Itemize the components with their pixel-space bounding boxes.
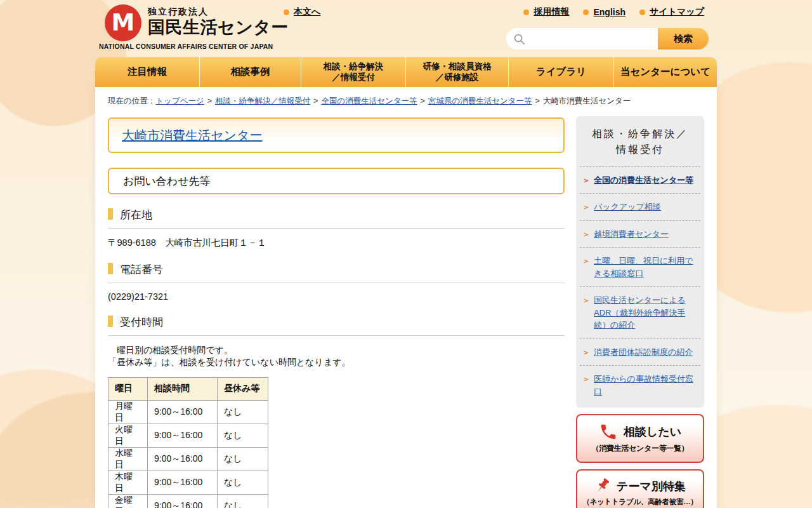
- sidebar-item-weekend[interactable]: ＞ 土曜、日曜、祝日に利用できる相談窓口: [580, 247, 700, 286]
- chevron-right-icon: ＞: [582, 229, 590, 240]
- hours-notes: 曜日別の相談受付時間です。 「昼休み等」は、相談を受け付けていない時間となります…: [108, 344, 565, 369]
- breadcrumb-link-consultation[interactable]: 相談・紛争解決／情報受付: [215, 97, 310, 105]
- topics-banner-title: テーマ別特集: [617, 479, 686, 494]
- consult-banner[interactable]: 相談したい （消費生活センター等一覧）: [576, 414, 704, 463]
- breadcrumb-link-centers[interactable]: 全国の消費生活センター等: [321, 97, 417, 105]
- consult-banner-title: 相談したい: [624, 424, 681, 439]
- breadcrumb-current: 大崎市消費生活センター: [543, 97, 631, 105]
- sidebar-item-national-centers[interactable]: ＞ 全国の消費生活センター等: [580, 166, 700, 194]
- table-row: 木曜日 9:00～16:00 なし: [108, 471, 268, 494]
- table-row: 水曜日 9:00～16:00 なし: [108, 447, 268, 471]
- chevron-right-icon: ＞: [582, 256, 590, 267]
- breadcrumb-link-miyagi[interactable]: 宮城県の消費生活センター等: [428, 97, 532, 105]
- utility-link-label[interactable]: サイトマップ: [650, 6, 704, 18]
- utility-link-english[interactable]: English: [583, 6, 625, 18]
- utility-link-recruit[interactable]: 採用情報: [523, 6, 569, 18]
- org-name-en: NATIONAL CONSUMER AFFAIRS CENTER OF JAPA…: [99, 43, 289, 50]
- main-content: 大崎市消費生活センター お問い合わせ先等 所在地 〒989-6188 大崎市古川…: [108, 117, 565, 508]
- nav-tab-library[interactable]: ライブラリ: [509, 57, 614, 87]
- search-button[interactable]: 検索: [658, 28, 709, 50]
- address-heading: 所在地: [108, 208, 565, 229]
- utility-link-label[interactable]: 採用情報: [534, 6, 569, 18]
- bullet-icon: [284, 10, 289, 15]
- logo-mark-icon: M: [105, 4, 141, 41]
- logo-letter: M: [112, 11, 135, 34]
- col-header-day: 曜日: [108, 377, 148, 400]
- utility-links: 採用情報 English サイトマップ: [523, 6, 704, 18]
- hours-note-1: 曜日別の相談受付時間です。: [108, 344, 565, 356]
- org-name: 国民生活センター: [148, 18, 289, 37]
- table-row: 月曜日 9:00～16:00 なし: [108, 400, 268, 424]
- search-icon: [513, 33, 525, 45]
- skip-to-content-link[interactable]: 本文へ: [284, 6, 320, 18]
- bullet-icon: [639, 10, 645, 15]
- utility-link-sitemap[interactable]: サイトマップ: [639, 6, 704, 18]
- breadcrumb-link-home[interactable]: トップページ: [155, 97, 204, 105]
- bullet-icon: [583, 10, 589, 15]
- chevron-right-icon: ＞: [582, 347, 590, 358]
- table-row: 火曜日 9:00～16:00 なし: [108, 424, 268, 447]
- hours-table: 曜日 相談時間 昼休み等 月曜日 9:00～16:00 なし 火曜日 9:00～…: [108, 377, 268, 508]
- utility-link-label[interactable]: English: [593, 7, 625, 17]
- org-type: 独立行政法人: [148, 6, 289, 18]
- bullet-icon: [523, 10, 529, 15]
- hours-heading: 受付時間: [108, 315, 565, 336]
- sidebar-item-adr[interactable]: ＞ 国民生活センターによるADR（裁判外紛争解決手続）の紹介: [580, 286, 700, 338]
- sidebar-item-lawsuit[interactable]: ＞ 消費者団体訴訟制度の紹介: [580, 338, 700, 366]
- page-title-box: 大崎市消費生活センター: [108, 117, 565, 153]
- global-nav: 注目情報 相談事例 相談・紛争解決 ／情報受付 研修・相談員資格 ／研修施設 ラ…: [95, 57, 717, 87]
- breadcrumb-prefix: 現在の位置：: [108, 97, 155, 105]
- site-logo[interactable]: M 独立行政法人 国民生活センター NATIONAL CONSUMER AFFA…: [99, 4, 289, 50]
- hours-note-2: 「昼休み等」は、相談を受け付けていない時間となります。: [108, 356, 565, 368]
- topics-banner-subtitle: （ネットトラブル、高齢者被害…）: [580, 497, 700, 507]
- phone-value: (0229)21-7321: [108, 291, 565, 302]
- col-header-time: 相談時間: [148, 377, 218, 400]
- consult-banner-subtitle: （消費生活センター等一覧）: [580, 443, 700, 454]
- page-title-link[interactable]: 大崎市消費生活センター: [122, 127, 262, 144]
- table-header-row: 曜日 相談時間 昼休み等: [108, 377, 268, 400]
- chevron-right-icon: ＞: [582, 374, 590, 385]
- pushpin-icon: [594, 478, 611, 495]
- nav-tab-cases[interactable]: 相談事例: [200, 57, 301, 87]
- sidebar: 相談・紛争解決／ 情報受付 ＞ 全国の消費生活センター等 ＞ バックアップ相談 …: [576, 116, 704, 508]
- skip-link-label[interactable]: 本文へ: [294, 6, 320, 18]
- chevron-right-icon: ＞: [582, 295, 590, 306]
- chevron-right-icon: ＞: [582, 202, 590, 213]
- nav-tab-about[interactable]: 当センターについて: [614, 57, 717, 87]
- sidebar-item-doctor-report[interactable]: ＞ 医師からの事故情報受付窓口: [580, 365, 700, 404]
- phone-icon: [599, 422, 618, 441]
- chevron-right-icon: ＞: [582, 175, 590, 186]
- search-input[interactable]: [506, 28, 658, 50]
- col-header-lunch: 昼休み等: [218, 377, 268, 400]
- contact-section-title: お問い合わせ先等: [108, 168, 565, 194]
- nav-tab-training[interactable]: 研修・相談員資格 ／研修施設: [406, 57, 509, 87]
- site-search: 検索: [506, 28, 709, 50]
- table-row: 金曜日 9:00～16:00 なし: [108, 494, 268, 508]
- sidebar-menu: 相談・紛争解決／ 情報受付 ＞ 全国の消費生活センター等 ＞ バックアップ相談 …: [576, 116, 704, 408]
- address-value: 〒989-6188 大崎市古川七日町１－１: [108, 237, 565, 249]
- nav-tab-news[interactable]: 注目情報: [95, 57, 200, 87]
- phone-heading: 電話番号: [108, 262, 565, 283]
- breadcrumb: 現在の位置：トップページ>相談・紛争解決／情報受付>全国の消費生活センター等>宮…: [108, 96, 631, 107]
- nav-tab-consultation[interactable]: 相談・紛争解決 ／情報受付: [301, 57, 406, 87]
- page: M 独立行政法人 国民生活センター NATIONAL CONSUMER AFFA…: [0, 0, 812, 508]
- topics-banner[interactable]: テーマ別特集 （ネットトラブル、高齢者被害…）: [576, 469, 704, 508]
- sidebar-item-backup[interactable]: ＞ バックアップ相談: [580, 193, 700, 220]
- sidebar-title: 相談・紛争解決／ 情報受付: [576, 116, 704, 166]
- sidebar-item-cross-border[interactable]: ＞ 越境消費者センター: [580, 220, 700, 248]
